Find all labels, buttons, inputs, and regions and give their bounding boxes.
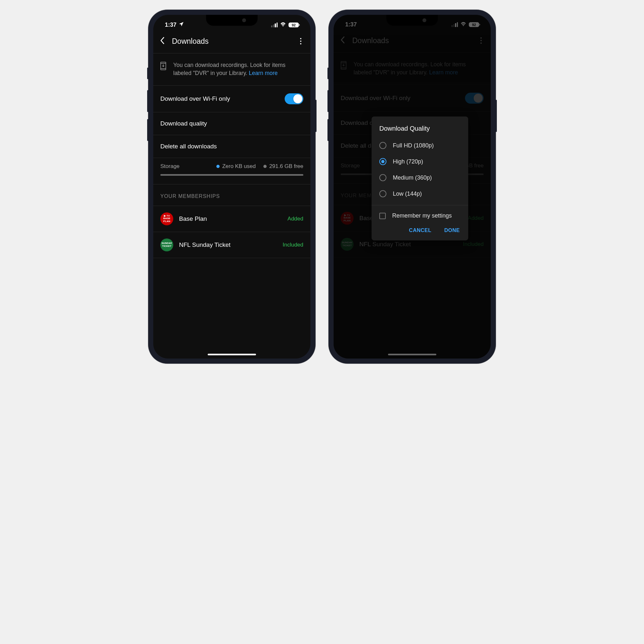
page-title: Downloads — [172, 37, 290, 46]
wifi-icon — [280, 22, 286, 28]
delete-all-label: Delete all downloads — [160, 143, 217, 150]
side-button — [328, 68, 329, 79]
radio-icon — [379, 158, 387, 165]
volume-down-button — [147, 119, 148, 141]
membership-row-base[interactable]: ▶ TV BASE PLAN Base Plan Added — [153, 206, 310, 232]
nfl-ticket-icon: SUNDAY TICKET — [160, 238, 173, 251]
membership-status: Added — [287, 216, 303, 222]
used-dot-icon — [216, 165, 219, 168]
info-banner: You can download recordings. Look for it… — [153, 53, 310, 85]
membership-status: Included — [283, 242, 303, 248]
home-indicator[interactable] — [208, 354, 256, 355]
download-quality-row[interactable]: Download quality — [153, 112, 310, 135]
membership-name: Base Plan — [179, 215, 282, 222]
quality-option-medium[interactable]: Medium (360p) — [372, 170, 468, 186]
quality-option-fullhd[interactable]: Full HD (1080p) — [372, 137, 468, 154]
dialog-title: Download Quality — [372, 125, 468, 137]
memberships-header: YOUR MEMBERSHIPS — [153, 184, 310, 206]
volume-down-button — [328, 119, 329, 141]
download-quality-label: Download quality — [160, 120, 207, 127]
remember-settings-row[interactable]: Remember my settings — [372, 209, 468, 225]
free-dot-icon — [263, 165, 266, 168]
phone-left: 1:37 92 Downloads — [148, 10, 315, 364]
learn-more-link[interactable]: Learn more — [249, 70, 278, 76]
storage-used: Zero KB used — [222, 163, 256, 170]
notch — [206, 15, 257, 26]
phone-right: 1:37 92 Downloads — [329, 10, 496, 364]
done-button[interactable]: DONE — [444, 228, 460, 233]
base-plan-icon: ▶ TV BASE PLAN — [160, 212, 173, 225]
volume-up-button — [147, 90, 148, 112]
location-icon — [178, 21, 184, 29]
radio-icon — [379, 174, 387, 181]
storage-label: Storage — [160, 163, 180, 170]
side-button — [147, 68, 148, 79]
storage-section: Storage Zero KB used 291.6 GB free — [153, 158, 310, 184]
radio-icon — [379, 142, 387, 149]
divider — [153, 258, 310, 258]
info-text: You can download recordings. Look for it… — [173, 61, 303, 78]
membership-name: NFL Sunday Ticket — [179, 241, 277, 248]
quality-option-low[interactable]: Low (144p) — [372, 186, 468, 202]
divider — [372, 205, 468, 205]
wifi-only-toggle[interactable] — [285, 93, 303, 104]
quality-option-high[interactable]: High (720p) — [372, 154, 468, 170]
delete-all-row[interactable]: Delete all downloads — [153, 135, 310, 158]
nav-bar: Downloads — [153, 31, 310, 53]
volume-up-button — [328, 90, 329, 112]
power-button — [496, 100, 497, 132]
status-time: 1:37 — [165, 22, 176, 28]
storage-bar — [160, 174, 303, 176]
more-button[interactable] — [297, 38, 304, 44]
checkbox-icon — [379, 213, 386, 219]
notch — [387, 15, 438, 26]
wifi-only-label: Download over Wi-Fi only — [160, 95, 230, 102]
download-quality-dialog: Download Quality Full HD (1080p) High (7… — [372, 117, 468, 240]
cancel-button[interactable]: CANCEL — [409, 228, 432, 233]
battery-icon: 92 — [288, 23, 299, 27]
radio-icon — [379, 190, 387, 197]
membership-row-nfl[interactable]: SUNDAY TICKET NFL Sunday Ticket Included — [153, 232, 310, 258]
back-button[interactable] — [160, 36, 165, 46]
signal-icon — [271, 23, 277, 27]
download-icon — [160, 62, 167, 71]
power-button — [315, 100, 316, 132]
wifi-only-row[interactable]: Download over Wi-Fi only — [153, 86, 310, 112]
storage-free: 291.6 GB free — [269, 163, 303, 170]
